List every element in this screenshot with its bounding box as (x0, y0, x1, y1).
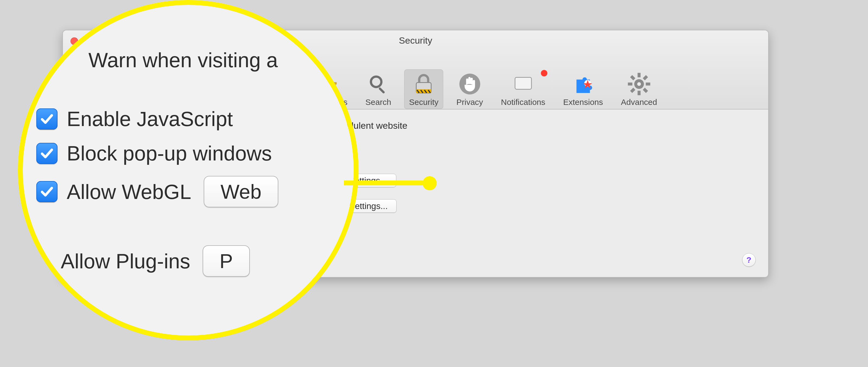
zoom-callout: Warn when visiting a Enable JavaScript B… (23, 5, 354, 336)
puzzle-icon (571, 72, 595, 96)
zoom-label-warn: Warn when visiting a (88, 48, 278, 72)
hand-icon (458, 72, 482, 96)
zoom-checkbox-webgl[interactable] (36, 181, 58, 202)
callout-leader-dot (423, 176, 437, 190)
svg-rect-21 (638, 91, 641, 95)
notification-icon (511, 72, 535, 96)
tab-advanced[interactable]: Advanced (616, 69, 662, 109)
zoom-label-plugins: Allow Plug-ins (61, 249, 190, 273)
svg-rect-17 (515, 77, 531, 89)
svg-rect-25 (630, 88, 635, 93)
tab-security[interactable]: Security (404, 69, 443, 109)
svg-rect-27 (643, 88, 648, 93)
svg-rect-24 (643, 75, 648, 80)
tab-label: Notifications (501, 98, 545, 107)
tab-privacy[interactable]: Privacy (452, 69, 488, 109)
tab-label: Extensions (563, 98, 603, 107)
svg-point-28 (637, 82, 641, 86)
tab-extensions[interactable]: Extensions (558, 69, 608, 109)
svg-rect-26 (630, 75, 635, 80)
zoom-row-webgl: Allow WebGL Web (36, 176, 351, 207)
tab-label: Search (365, 98, 391, 107)
zoom-row-popup: Block pop-up windows (36, 141, 351, 165)
search-icon (367, 72, 390, 96)
cog-icon (627, 72, 651, 96)
tab-label: Advanced (621, 98, 657, 107)
tab-notifications[interactable]: Notifications (496, 69, 550, 109)
lock-icon (412, 72, 436, 96)
svg-point-8 (371, 77, 381, 87)
zoom-row-plugins: Allow Plug-ins P (61, 245, 351, 277)
help-button[interactable]: ? (742, 253, 756, 267)
zoom-checkbox-popup[interactable] (36, 143, 58, 164)
zoom-webgl-button[interactable]: Web (204, 176, 278, 207)
svg-rect-22 (628, 83, 632, 86)
zoom-checkbox-js[interactable] (36, 108, 58, 130)
zoom-label-webgl: Allow WebGL (67, 180, 191, 204)
zoom-label-popup: Block pop-up windows (67, 141, 272, 165)
tab-label: Security (409, 98, 438, 107)
badge-icon (541, 70, 547, 76)
tab-search[interactable]: Search (361, 69, 396, 109)
svg-rect-20 (638, 73, 641, 77)
zoom-label-js: Enable JavaScript (67, 107, 233, 131)
zoom-plugin-button[interactable]: P (203, 245, 250, 277)
zoom-row-js: Enable JavaScript (36, 107, 351, 131)
tab-label: Privacy (456, 98, 483, 107)
callout-leader-line (344, 180, 431, 186)
svg-rect-23 (646, 83, 650, 86)
help-glyph: ? (746, 255, 751, 265)
svg-rect-7 (334, 82, 336, 87)
svg-rect-9 (378, 87, 385, 94)
